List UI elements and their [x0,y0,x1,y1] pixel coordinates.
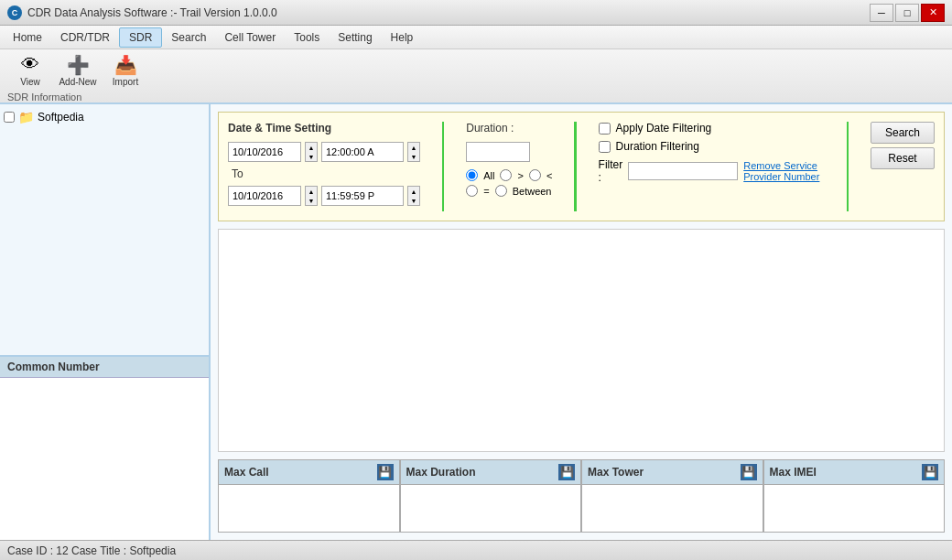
save-icon-max-duration[interactable]: 💾 [558,464,575,480]
common-number-content [0,378,209,540]
to-date-row: ▲ ▼ ▲ ▼ [228,186,420,206]
menu-item-sdr[interactable]: SDR [119,27,162,48]
menu-bar: HomeCDR/TDRSDRSearchCell TowerToolsSetti… [0,26,952,49]
title-bar: C CDR Data Analysis Software :- Trail Ve… [0,0,952,26]
radio-gt-label: > [517,170,523,181]
checkbox-filter-section: Apply Date Filtering Duration Filtering … [599,122,825,184]
save-icon-max-imei[interactable]: 💾 [922,464,938,480]
filter-input[interactable] [628,162,738,180]
tree-item-label: Softpedia [38,111,84,124]
stats-row: Max Call 💾 Max Duration 💾 Max Tower 💾 Ma… [218,459,945,533]
toolbar: 👁 View ➕ Add-New 📥 Import SDR Informatio… [0,49,952,104]
restore-button[interactable]: □ [895,4,919,22]
date-time-label: Date & Time Setting [228,122,420,135]
menu-item-tools[interactable]: Tools [285,28,329,47]
to-date-spin[interactable]: ▲ ▼ [305,186,318,206]
stat-header-max-call: Max Call 💾 [219,460,399,485]
import-label: Import [113,77,138,87]
radio-group: All > < = Between [466,169,552,197]
menu-item-help[interactable]: Help [382,28,423,47]
radio-all[interactable] [466,169,478,181]
menu-item-cell tower[interactable]: Cell Tower [215,28,285,47]
apply-date-row: Apply Date Filtering [599,122,825,135]
apply-date-checkbox[interactable] [599,123,611,135]
stat-header-max-imei: Max IMEI 💾 [764,460,945,485]
from-time-spin[interactable]: ▲ ▼ [407,142,420,162]
radio-eq[interactable] [466,185,478,197]
view-label: View [20,77,40,87]
toolbar-btn-add-new[interactable]: ➕ Add-New [55,49,101,90]
title-bar-left: C CDR Data Analysis Software :- Trail Ve… [7,5,277,20]
content-area [218,229,945,452]
tree-panel: 📁 Softpedia [0,104,209,357]
stat-block-max-tower: Max Tower 💾 [581,459,763,533]
menu-item-search[interactable]: Search [162,28,215,47]
green-separator-1 [442,122,444,211]
reset-button[interactable]: Reset [871,147,935,169]
duration-section: Duration : All > < = Bet [466,122,552,197]
apply-date-label: Apply Date Filtering [616,122,712,135]
from-time-input[interactable] [321,142,404,162]
to-time-spin[interactable]: ▲ ▼ [407,186,420,206]
green-separator-3 [847,122,849,211]
checkbox-section: Apply Date Filtering Duration Filtering [599,122,825,153]
right-panel: Date & Time Setting ▲ ▼ ▲ ▼ To [211,104,952,540]
radio-all-label: All [483,170,494,181]
radio-between[interactable] [495,185,507,197]
menu-item-cdr-tdr[interactable]: CDR/TDR [51,28,119,47]
duration-label: Duration : [466,122,552,135]
stat-content-max-call [219,485,399,532]
search-reset-section: Search Reset [871,122,935,169]
radio-lt-label: < [546,170,552,181]
add-new-label: Add-New [59,77,96,87]
stat-block-max-imei: Max IMEI 💾 [763,459,946,533]
left-panel: 📁 Softpedia Common Number [0,104,211,540]
filter-area: Date & Time Setting ▲ ▼ ▲ ▼ To [218,112,945,221]
duration-filter-checkbox[interactable] [599,141,611,153]
stat-content-max-tower [582,485,763,532]
radio-eq-label: = [483,186,489,197]
save-icon-max-tower[interactable]: 💾 [741,464,757,480]
close-button[interactable]: ✕ [921,4,945,22]
title-bar-title: CDR Data Analysis Software :- Trail Vers… [27,6,277,19]
tree-checkbox[interactable] [4,112,15,123]
stat-label-max-call: Max Call [224,466,269,479]
status-text: Case ID : 12 Case Title : Softpedia [7,544,176,557]
search-button[interactable]: Search [871,122,935,144]
stat-label-max-tower: Max Tower [588,466,644,479]
from-date-input[interactable] [228,142,301,162]
toolbar-btn-import[interactable]: 📥 Import [103,49,148,90]
save-icon-max-call[interactable]: 💾 [377,464,394,480]
to-label: To [232,167,420,180]
filter-label: Filter : [599,158,623,184]
status-bar: Case ID : 12 Case Title : Softpedia [0,540,952,560]
stat-label-max-duration: Max Duration [406,466,476,479]
from-date-spin[interactable]: ▲ ▼ [305,142,318,162]
to-date-input[interactable] [228,186,301,206]
radio-lt[interactable] [529,169,541,181]
green-separator-2 [574,122,576,211]
minimize-button[interactable]: ─ [870,4,893,22]
folder-icon: 📁 [18,110,34,124]
stat-block-max-call: Max Call 💾 [218,459,400,533]
duration-input[interactable] [466,142,530,162]
to-time-input[interactable] [321,186,404,206]
add-new-icon: ➕ [65,52,91,77]
tree-item-softpedia[interactable]: 📁 Softpedia [4,108,205,126]
stat-content-max-duration [401,485,581,532]
duration-filter-label: Duration Filtering [616,140,699,153]
remove-service-provider-link[interactable]: Remove Service Provider Number [743,160,825,182]
radio-gt[interactable] [500,169,512,181]
menu-item-home[interactable]: Home [4,28,51,47]
view-icon: 👁 [17,52,43,77]
radio-row-2: = Between [466,185,552,197]
common-number-panel: Common Number [0,357,209,540]
menu-item-setting[interactable]: Setting [329,28,381,47]
from-date-row: ▲ ▼ ▲ ▼ [228,142,420,162]
radio-row-1: All > < [466,169,552,181]
radio-between-label: Between [513,186,552,197]
toolbar-btn-view[interactable]: 👁 View [7,49,53,90]
sdr-info-label: SDR Information [7,92,81,102]
date-time-section: Date & Time Setting ▲ ▼ ▲ ▼ To [228,122,420,206]
stat-label-max-imei: Max IMEI [770,466,817,479]
